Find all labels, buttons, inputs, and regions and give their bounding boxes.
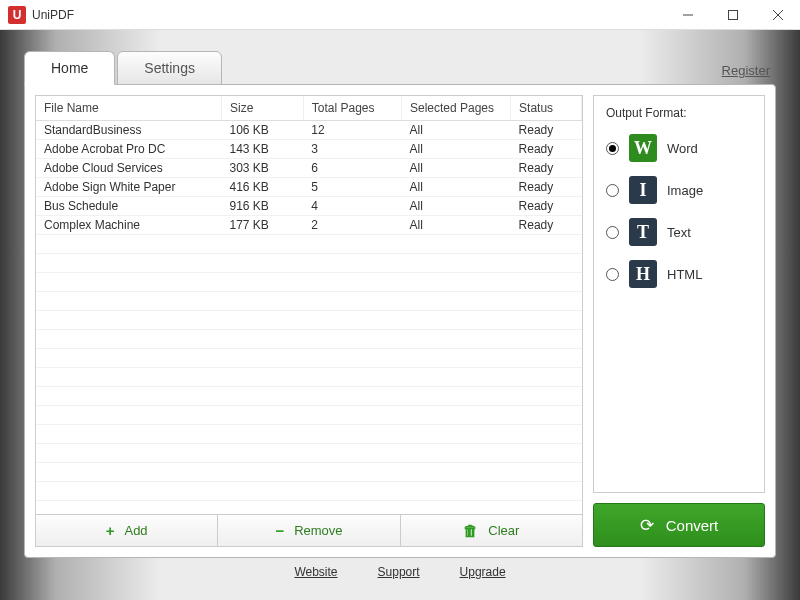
add-button[interactable]: +Add <box>36 515 218 546</box>
table-row[interactable]: Adobe Sign White Paper416 KB5AllReady <box>36 178 582 197</box>
cell-pages: 12 <box>303 121 401 140</box>
cell-size: 143 KB <box>221 140 303 159</box>
output-column: Output Format: WWordIImageTTextHHTML ⟳ C… <box>593 95 765 547</box>
cell-pages: 6 <box>303 159 401 178</box>
radio-icon <box>606 184 619 197</box>
cell-size: 303 KB <box>221 159 303 178</box>
cell-status: Ready <box>511 121 582 140</box>
remove-button[interactable]: −Remove <box>218 515 400 546</box>
add-label: Add <box>124 523 147 538</box>
radio-icon <box>606 268 619 281</box>
table-row-empty <box>36 425 582 444</box>
table-row[interactable]: Complex Machine177 KB2AllReady <box>36 216 582 235</box>
cell-name: StandardBusiness <box>36 121 221 140</box>
format-icon-html: H <box>629 260 657 288</box>
cell-pages: 3 <box>303 140 401 159</box>
refresh-icon: ⟳ <box>640 515 654 536</box>
table-header-row: File Name Size Total Pages Selected Page… <box>36 96 582 121</box>
cell-pages: 4 <box>303 197 401 216</box>
cell-status: Ready <box>511 159 582 178</box>
table-row-empty <box>36 406 582 425</box>
table-row[interactable]: Bus Schedule916 KB4AllReady <box>36 197 582 216</box>
cell-selected: All <box>401 197 510 216</box>
format-label: Text <box>667 225 691 240</box>
cell-selected: All <box>401 121 510 140</box>
cell-size: 416 KB <box>221 178 303 197</box>
cell-selected: All <box>401 159 510 178</box>
format-icon-image: I <box>629 176 657 204</box>
cell-name: Adobe Sign White Paper <box>36 178 221 197</box>
action-bar: +Add −Remove 🗑Clear <box>35 515 583 547</box>
table-row-empty <box>36 254 582 273</box>
cell-size: 177 KB <box>221 216 303 235</box>
format-label: HTML <box>667 267 702 282</box>
table-row-empty <box>36 235 582 254</box>
tab-settings[interactable]: Settings <box>117 51 222 85</box>
table-row-empty <box>36 273 582 292</box>
tab-home[interactable]: Home <box>24 51 115 85</box>
cell-status: Ready <box>511 140 582 159</box>
cell-name: Adobe Cloud Services <box>36 159 221 178</box>
cell-status: Ready <box>511 178 582 197</box>
col-size[interactable]: Size <box>221 96 303 121</box>
table-row[interactable]: StandardBusiness106 KB12AllReady <box>36 121 582 140</box>
clear-button[interactable]: 🗑Clear <box>401 515 582 546</box>
cell-size: 916 KB <box>221 197 303 216</box>
cell-name: Complex Machine <box>36 216 221 235</box>
file-list-column: File Name Size Total Pages Selected Page… <box>35 95 583 547</box>
table-row[interactable]: Adobe Cloud Services303 KB6AllReady <box>36 159 582 178</box>
minus-icon: − <box>275 522 284 539</box>
table-row-empty <box>36 349 582 368</box>
convert-button[interactable]: ⟳ Convert <box>593 503 765 547</box>
trash-icon: 🗑 <box>463 522 478 539</box>
website-link[interactable]: Website <box>294 565 337 579</box>
table-row-empty <box>36 387 582 406</box>
table-row-empty <box>36 311 582 330</box>
register-link[interactable]: Register <box>722 63 770 78</box>
table-row-empty <box>36 482 582 501</box>
file-table[interactable]: File Name Size Total Pages Selected Page… <box>35 95 583 515</box>
format-icon-word: W <box>629 134 657 162</box>
remove-label: Remove <box>294 523 342 538</box>
minimize-button[interactable] <box>665 0 710 30</box>
cell-status: Ready <box>511 216 582 235</box>
table-row-empty <box>36 444 582 463</box>
table-row-empty <box>36 330 582 349</box>
cell-name: Bus Schedule <box>36 197 221 216</box>
tab-row: Home Settings Register <box>24 50 776 84</box>
upgrade-link[interactable]: Upgrade <box>460 565 506 579</box>
format-option-html[interactable]: HHTML <box>606 260 752 288</box>
cell-name: Adobe Acrobat Pro DC <box>36 140 221 159</box>
support-link[interactable]: Support <box>378 565 420 579</box>
cell-pages: 2 <box>303 216 401 235</box>
main-area: Home Settings Register File Name Size To… <box>0 30 800 600</box>
table-row-empty <box>36 292 582 311</box>
app-icon: U <box>8 6 26 24</box>
table-row[interactable]: Adobe Acrobat Pro DC143 KB3AllReady <box>36 140 582 159</box>
clear-label: Clear <box>488 523 519 538</box>
radio-icon <box>606 226 619 239</box>
svg-rect-1 <box>728 10 737 19</box>
format-icon-text: T <box>629 218 657 246</box>
cell-selected: All <box>401 140 510 159</box>
output-format-title: Output Format: <box>606 106 752 120</box>
cell-status: Ready <box>511 197 582 216</box>
footer: Website Support Upgrade <box>24 558 776 586</box>
format-option-word[interactable]: WWord <box>606 134 752 162</box>
maximize-button[interactable] <box>710 0 755 30</box>
cell-selected: All <box>401 178 510 197</box>
cell-pages: 5 <box>303 178 401 197</box>
cell-selected: All <box>401 216 510 235</box>
content-panel: File Name Size Total Pages Selected Page… <box>24 84 776 558</box>
plus-icon: + <box>106 522 115 539</box>
format-label: Word <box>667 141 698 156</box>
col-selected-pages[interactable]: Selected Pages <box>401 96 510 121</box>
table-row-empty <box>36 463 582 482</box>
format-option-image[interactable]: IImage <box>606 176 752 204</box>
titlebar: U UniPDF <box>0 0 800 30</box>
col-status[interactable]: Status <box>511 96 582 121</box>
col-filename[interactable]: File Name <box>36 96 221 121</box>
close-button[interactable] <box>755 0 800 30</box>
format-option-text[interactable]: TText <box>606 218 752 246</box>
col-total-pages[interactable]: Total Pages <box>303 96 401 121</box>
